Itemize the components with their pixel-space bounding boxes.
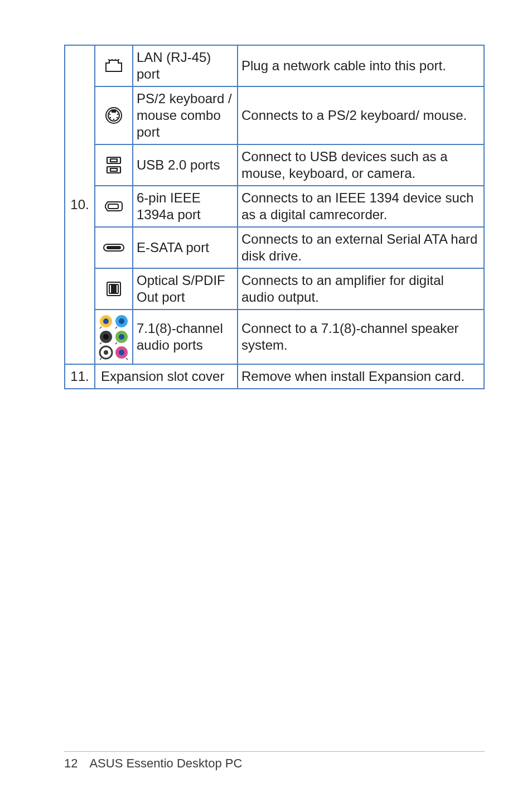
svg-point-19 [103, 318, 109, 324]
port-name: PS/2 keyboard / mouse combo port [133, 86, 238, 144]
port-desc: Connects to an external Serial ATA hard … [238, 227, 484, 268]
svg-rect-10 [107, 167, 120, 173]
svg-line-32 [100, 342, 101, 344]
svg-point-5 [110, 117, 112, 119]
svg-line-35 [126, 358, 128, 360]
svg-rect-14 [107, 247, 120, 249]
svg-line-33 [115, 342, 117, 344]
svg-rect-9 [110, 159, 117, 162]
port-name: 7.1(8)-channel audio ports [133, 310, 238, 364]
audio-ports-icon [95, 310, 133, 364]
port-desc: Connects to a PS/2 keyboard/ mouse. [238, 86, 484, 144]
port-name: LAN (RJ-45) port [133, 45, 238, 86]
svg-rect-8 [107, 157, 120, 163]
ps2-port-icon [95, 86, 133, 144]
table-row: Optical S/PDIF Out port Connects to an a… [65, 268, 484, 310]
table-row: USB 2.0 ports Connect to USB devices suc… [65, 144, 484, 186]
port-desc: Connects to an amplifier for digital aud… [238, 268, 484, 310]
svg-rect-11 [110, 168, 117, 171]
svg-rect-17 [112, 284, 116, 293]
table-row: 11. Expansion slot cover Remove when ins… [65, 364, 484, 389]
svg-point-6 [117, 117, 118, 119]
port-desc: Plug a network cable into this port. [238, 45, 484, 86]
table-row: E-SATA port Connects to an external Seri… [65, 227, 484, 268]
port-name: USB 2.0 ports [133, 144, 238, 186]
port-name: 6-pin IEEE 1394a port [133, 186, 238, 227]
svg-point-27 [104, 350, 108, 355]
spdif-port-icon [95, 268, 133, 310]
footer-title: ASUS Essentio Desktop PC [89, 756, 242, 770]
port-desc: Connect to USB devices such as a mouse, … [238, 144, 484, 186]
port-desc: Remove when install Expansion card. [238, 364, 484, 389]
svg-point-29 [119, 350, 124, 355]
row-index: 11. [65, 364, 95, 389]
svg-point-7 [113, 119, 115, 120]
svg-rect-12 [108, 204, 118, 209]
row-index: 10. [65, 45, 95, 364]
document-page: 10. LAN (RJ-45) port Plug a network cabl… [0, 0, 532, 802]
svg-point-25 [119, 334, 124, 340]
ieee1394-port-icon [95, 186, 133, 227]
svg-line-34 [100, 358, 101, 360]
ports-table: 10. LAN (RJ-45) port Plug a network cabl… [64, 45, 485, 389]
lan-port-icon [95, 45, 133, 86]
svg-point-3 [109, 114, 111, 115]
port-desc: Connect to a 7.1(8)-channel speaker syst… [238, 310, 484, 364]
port-name: Expansion slot cover [95, 364, 238, 389]
svg-line-31 [115, 327, 117, 328]
table-row: PS/2 keyboard / mouse combo port Connect… [65, 86, 484, 144]
table-row: 6-pin IEEE 1394a port Connects to an IEE… [65, 186, 484, 227]
table-row: 7.1(8)-channel audio ports Connect to a … [65, 310, 484, 364]
svg-line-30 [100, 327, 101, 328]
port-name: Optical S/PDIF Out port [133, 268, 238, 310]
table-row: 10. LAN (RJ-45) port Plug a network cabl… [65, 45, 484, 86]
port-desc: Connects to an IEEE 1394 device such as … [238, 186, 484, 227]
svg-point-23 [103, 334, 109, 340]
svg-point-4 [117, 114, 119, 115]
usb-ports-icon [95, 144, 133, 186]
port-name: E-SATA port [133, 227, 238, 268]
svg-rect-2 [112, 110, 115, 112]
svg-point-21 [119, 318, 124, 324]
page-number: 12 [64, 756, 78, 771]
page-footer: 12 ASUS Essentio Desktop PC [64, 751, 485, 771]
esata-port-icon [95, 227, 133, 268]
